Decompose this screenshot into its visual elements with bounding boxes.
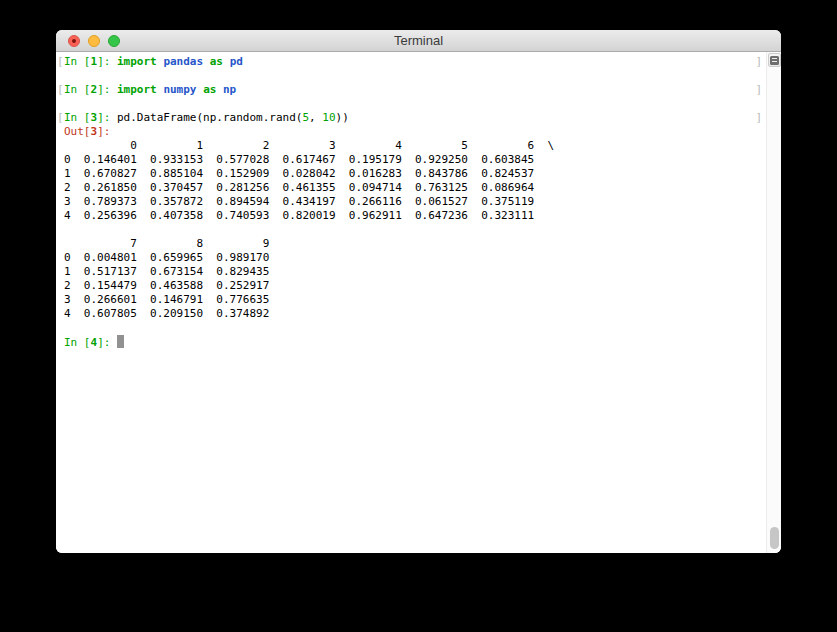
terminal-line: [In [3]: pd.DataFrame(np.random.rand(5, …	[56, 111, 766, 125]
dataframe-text: 1 0.670827 0.885104 0.152909 0.028042 0.…	[64, 167, 534, 180]
token: In [	[64, 55, 91, 68]
token: ))	[336, 111, 349, 124]
dataframe-text: 0 1 2 3 4 5 6 \	[64, 139, 554, 152]
dataframe-text: 2 0.154479 0.463588 0.252917	[64, 279, 269, 292]
token: 10	[322, 111, 335, 124]
dataframe-text: 4 0.256396 0.407358 0.740593 0.820019 0.…	[64, 209, 534, 222]
prompt-mark-left: [	[57, 83, 64, 97]
token	[203, 55, 210, 68]
prompt-mark-left: [	[57, 55, 64, 69]
terminal-window: Terminal [In [1]: import pandas as pd][I…	[56, 30, 781, 553]
window-title: Terminal	[56, 30, 781, 52]
dataframe-text: 0 0.004801 0.659965 0.989170	[64, 251, 269, 264]
terminal-output: [In [1]: import pandas as pd][In [2]: im…	[56, 55, 766, 553]
terminal-line: Out[3]:	[56, 125, 766, 139]
dataframe-text: 4 0.607805 0.209150 0.374892	[64, 307, 269, 320]
token: ]:	[97, 336, 117, 349]
token: np	[223, 83, 236, 96]
terminal-line: 4 0.256396 0.407358 0.740593 0.820019 0.…	[56, 209, 766, 223]
scrollbar-thumb[interactable]	[770, 527, 779, 549]
dataframe-text: 3 0.266601 0.146791 0.776635	[64, 293, 269, 306]
terminal-line: 2 0.261850 0.370457 0.281256 0.461355 0.…	[56, 181, 766, 195]
terminal-line: 3 0.266601 0.146791 0.776635	[56, 293, 766, 307]
token: import	[117, 55, 157, 68]
dataframe-text: 2 0.261850 0.370457 0.281256 0.461355 0.…	[64, 181, 534, 194]
dataframe-text: 3 0.789373 0.357872 0.894594 0.434197 0.…	[64, 195, 534, 208]
terminal-line: 1 0.670827 0.885104 0.152909 0.028042 0.…	[56, 167, 766, 181]
token: Out[	[64, 125, 91, 138]
prompt-mark-right: ]	[755, 55, 762, 69]
token: pd	[230, 55, 243, 68]
terminal-line	[56, 223, 766, 237]
token	[223, 55, 230, 68]
terminal-line: 7 8 9	[56, 237, 766, 251]
terminal-line: 0 1 2 3 4 5 6 \	[56, 139, 766, 153]
split-pane-button[interactable]	[768, 53, 781, 67]
terminal-line	[56, 321, 766, 335]
split-pane-icon-bar	[772, 58, 777, 60]
token: numpy	[163, 83, 196, 96]
token: pandas	[163, 55, 203, 68]
dataframe-text: 1 0.517137 0.673154 0.829435	[64, 265, 269, 278]
token: as	[210, 55, 223, 68]
titlebar[interactable]: Terminal	[56, 30, 781, 52]
token: ]:	[97, 83, 117, 96]
terminal-content[interactable]: [In [1]: import pandas as pd][In [2]: im…	[56, 52, 781, 553]
token: ]:	[97, 55, 117, 68]
token: In [	[64, 111, 91, 124]
token: as	[203, 83, 216, 96]
prompt-mark-right: ]	[755, 83, 762, 97]
split-pane-icon-bar	[772, 61, 777, 63]
token: In [	[64, 336, 91, 349]
terminal-line: [In [2]: import numpy as np]	[56, 83, 766, 97]
terminal-line	[56, 69, 766, 83]
scrollbar[interactable]	[766, 52, 781, 553]
terminal-line: 0 0.146401 0.933153 0.577028 0.617467 0.…	[56, 153, 766, 167]
token: In [	[64, 83, 91, 96]
terminal-line: 0 0.004801 0.659965 0.989170	[56, 251, 766, 265]
terminal-line: 3 0.789373 0.357872 0.894594 0.434197 0.…	[56, 195, 766, 209]
terminal-line: 1 0.517137 0.673154 0.829435	[56, 265, 766, 279]
token: ]:	[97, 111, 117, 124]
desktop-background: Terminal [In [1]: import pandas as pd][I…	[0, 0, 837, 632]
split-pane-icon	[770, 56, 779, 65]
token	[216, 83, 223, 96]
terminal-line: 4 0.607805 0.209150 0.374892	[56, 307, 766, 321]
terminal-line: In [4]:	[56, 335, 766, 349]
prompt-mark-right: ]	[755, 111, 762, 125]
terminal-line	[56, 97, 766, 111]
token: ]:	[97, 125, 117, 138]
token: ,	[309, 111, 322, 124]
token: import	[117, 83, 157, 96]
dataframe-text: 7 8 9	[64, 237, 269, 250]
terminal-cursor	[117, 335, 124, 348]
prompt-mark-left: [	[57, 111, 64, 125]
token: pd.DataFrame(np.random.rand(	[117, 111, 302, 124]
dataframe-text: 0 0.146401 0.933153 0.577028 0.617467 0.…	[64, 153, 534, 166]
terminal-line: [In [1]: import pandas as pd]	[56, 55, 766, 69]
terminal-line: 2 0.154479 0.463588 0.252917	[56, 279, 766, 293]
